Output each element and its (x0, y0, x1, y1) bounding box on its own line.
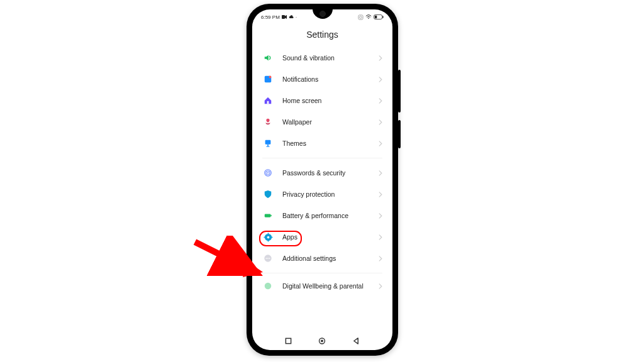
row-label: Notifications (282, 75, 379, 83)
row-label: Privacy protection (282, 190, 379, 198)
phone-frame: 6:59 PM ·· Settings Sound & vibration (247, 4, 398, 356)
apps-gear-icon (262, 231, 274, 243)
status-time: 6:59 PM (261, 14, 280, 20)
svg-point-15 (267, 172, 269, 173)
row-sound-vibration[interactable]: Sound & vibration (252, 47, 392, 69)
wifi-icon (365, 14, 372, 19)
svg-point-25 (266, 258, 267, 259)
svg-rect-5 (382, 16, 383, 18)
more-indicator-icon: ·· (296, 15, 296, 19)
row-label: Digital Wellbeing & parental (282, 282, 379, 290)
svg-point-27 (269, 258, 270, 259)
chevron-right-icon (379, 283, 382, 289)
chevron-right-icon (379, 119, 382, 125)
sound-icon (262, 52, 274, 63)
chevron-right-icon (379, 213, 382, 219)
svg-rect-9 (267, 101, 269, 104)
video-indicator-icon (282, 15, 287, 19)
row-wallpaper[interactable]: Wallpaper (252, 111, 392, 133)
rotation-lock-icon (358, 14, 364, 20)
shield-icon (262, 189, 274, 200)
group-separator (262, 158, 382, 158)
svg-line-32 (195, 242, 252, 270)
svg-point-8 (269, 76, 272, 79)
row-privacy-protection[interactable]: Privacy protection (252, 184, 392, 205)
additional-settings-icon (262, 253, 274, 264)
power-button (398, 120, 401, 148)
svg-rect-1 (358, 14, 363, 19)
row-label: Sound & vibration (282, 54, 379, 62)
svg-rect-21 (267, 240, 269, 241)
notifications-icon (262, 74, 274, 85)
row-passwords-security[interactable]: Passwords & security (252, 162, 392, 184)
themes-icon (262, 138, 274, 149)
chevron-right-icon (379, 55, 382, 61)
row-additional-settings[interactable]: Additional settings (252, 248, 392, 269)
svg-rect-23 (271, 236, 272, 238)
row-label: Additional settings (282, 255, 379, 262)
page-title: Settings (252, 30, 392, 40)
svg-rect-12 (266, 146, 269, 146)
chevron-right-icon (379, 256, 382, 261)
row-apps[interactable]: Apps (252, 226, 392, 248)
svg-rect-22 (264, 236, 265, 238)
svg-point-26 (267, 258, 269, 259)
row-home-screen[interactable]: Home screen (252, 90, 392, 111)
nav-home-button[interactable] (318, 337, 326, 344)
svg-rect-11 (267, 145, 269, 146)
chevron-right-icon (379, 98, 382, 104)
cloud-icon (289, 15, 294, 19)
settings-list: Sound & vibration Notifications Home scr… (252, 47, 392, 295)
battery-icon (374, 14, 384, 19)
phone-screen: 6:59 PM ·· Settings Sound & vibration (252, 9, 392, 350)
nav-recent-button[interactable] (284, 337, 292, 344)
volume-button (398, 70, 401, 112)
battery-perf-icon (262, 210, 274, 221)
nav-bar (252, 333, 392, 348)
chevron-right-icon (379, 77, 382, 82)
svg-rect-10 (265, 140, 271, 145)
wallpaper-icon (262, 116, 274, 128)
group-separator (262, 273, 382, 273)
row-battery-performance[interactable]: Battery & performance (252, 205, 392, 226)
fingerprint-icon (262, 167, 274, 178)
chevron-right-icon (379, 192, 382, 197)
row-label: Wallpaper (282, 118, 379, 126)
chevron-right-icon (379, 234, 382, 240)
row-label: Passwords & security (282, 169, 379, 177)
chevron-right-icon (379, 170, 382, 176)
chevron-right-icon (379, 141, 382, 146)
svg-point-31 (321, 339, 324, 342)
home-icon (262, 95, 274, 106)
svg-rect-29 (286, 338, 291, 343)
svg-rect-17 (270, 215, 271, 217)
svg-rect-16 (265, 214, 271, 217)
wellbeing-icon (262, 280, 274, 292)
svg-rect-0 (282, 15, 285, 19)
svg-point-28 (265, 283, 272, 290)
svg-point-3 (368, 18, 369, 19)
row-label: Home screen (282, 97, 379, 104)
svg-rect-20 (267, 233, 269, 234)
row-notifications[interactable]: Notifications (252, 69, 392, 90)
svg-rect-6 (375, 16, 377, 18)
row-label: Battery & performance (282, 212, 379, 219)
row-label: Apps (282, 233, 379, 241)
svg-point-19 (267, 236, 269, 238)
row-digital-wellbeing[interactable]: Digital Wellbeing & parental (252, 277, 392, 295)
nav-back-button[interactable] (353, 337, 360, 344)
row-themes[interactable]: Themes (252, 133, 392, 154)
row-label: Themes (282, 140, 379, 147)
svg-point-2 (360, 16, 362, 18)
